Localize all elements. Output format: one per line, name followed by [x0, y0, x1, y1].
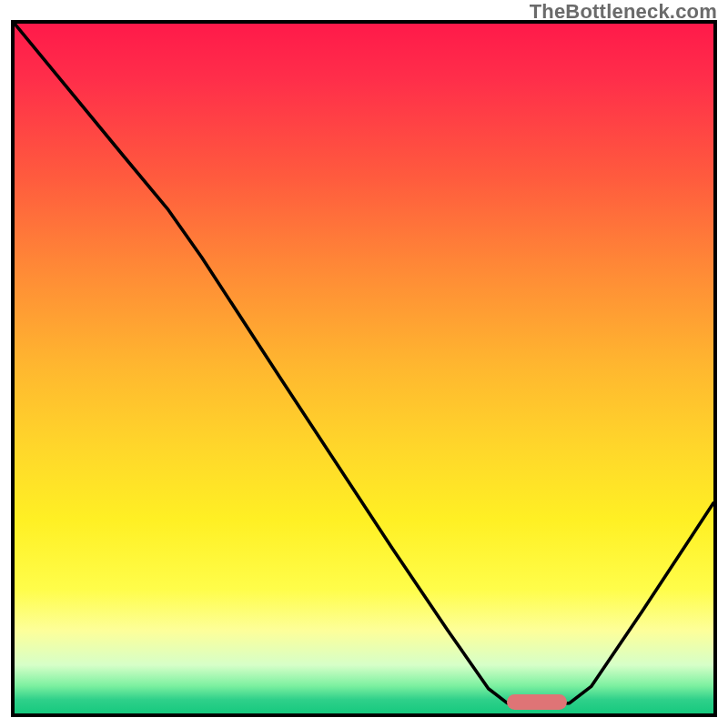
optimum-marker — [507, 694, 567, 710]
plot-frame — [11, 20, 717, 717]
heat-gradient-background — [15, 24, 713, 713]
